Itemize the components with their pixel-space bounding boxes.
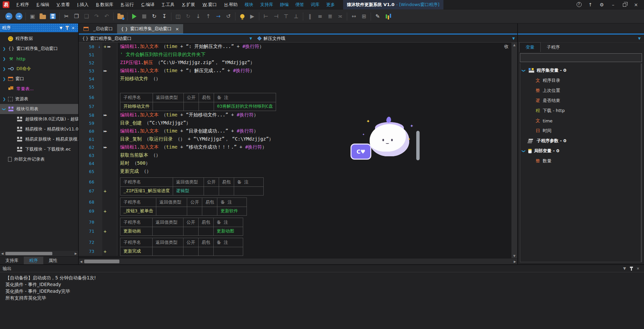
tree-item-Dll命令[interactable]: ❯Dll命令 xyxy=(0,64,78,74)
upgrade-icon[interactable]: ↑ xyxy=(586,1,595,8)
open-icon[interactable] xyxy=(38,12,47,21)
code-area[interactable]: 50↓+▶▶编辑框1.加入文本 （time + “: 开始解压文件...” + … xyxy=(79,43,511,258)
chevron-down-icon[interactable]: ▼ xyxy=(621,266,628,272)
code-line-63[interactable]: 63获取当前版本 （） xyxy=(79,151,511,159)
editor-scrollbar-thumb[interactable] xyxy=(416,131,420,160)
step-into-icon[interactable]: ↓ xyxy=(194,12,203,21)
variable-item-程序目录[interactable]: 文程序目录 xyxy=(520,75,642,86)
quick-menu-item[interactable]: 静编 xyxy=(277,0,292,9)
chevron-right-icon[interactable]: ❯ xyxy=(3,47,8,51)
redo-icon[interactable]: ↷ xyxy=(92,12,101,21)
same-width-icon[interactable]: ↔ xyxy=(350,12,358,21)
pin-icon[interactable] xyxy=(64,25,70,31)
distribute-v-icon[interactable]: ≣ xyxy=(326,12,334,21)
project-folder-icon[interactable] xyxy=(116,12,125,21)
chevron-right-icon[interactable]: ❯ xyxy=(3,57,8,61)
center-h-icon[interactable]: ≡ xyxy=(316,12,324,21)
settings-icon[interactable]: ⚙ xyxy=(597,1,606,8)
code-line-54[interactable]: 54开始移动文件 （） xyxy=(79,75,511,83)
menu-item-H[interactable]: H.帮助 xyxy=(221,0,241,9)
fold-plus-icon[interactable]: + xyxy=(104,229,106,234)
link-icon[interactable]: ↺ xyxy=(224,12,233,21)
variable-item-time[interactable]: 文time xyxy=(520,116,642,126)
align-top-icon[interactable]: ⊤ xyxy=(282,12,290,21)
fold-plus-icon[interactable]: + xyxy=(104,209,106,214)
run-icon[interactable] xyxy=(130,12,139,21)
editor-tab-_启动窗口[interactable]: _启动窗口 xyxy=(79,24,117,34)
tab-程序[interactable]: 程序 xyxy=(24,257,43,265)
scrollbar-thumb[interactable] xyxy=(5,252,52,255)
step-out-icon[interactable]: ↑ xyxy=(204,12,213,21)
editor-tab-窗口程序集_启动窗口[interactable]: { }窗口程序集_启动窗口× xyxy=(117,24,183,34)
hint-icon[interactable] xyxy=(238,12,247,21)
editor-vertical-scrollbar[interactable]: ▲ ▼ xyxy=(511,43,517,258)
tab-子程序[interactable]: 子程序 xyxy=(541,43,566,52)
chevron-down-icon[interactable]: ❯ xyxy=(522,149,528,153)
collapse-button[interactable]: 收 xyxy=(504,44,508,50)
scroll-left-icon[interactable]: ◀ xyxy=(0,252,5,255)
edit-icon[interactable]: ✎ xyxy=(373,12,382,21)
minimize-icon[interactable]: – xyxy=(608,1,618,8)
variable-item-局部变量 - 0[interactable]: ❯局部变量 - 0 xyxy=(520,146,642,156)
paste-icon[interactable]: ❑ xyxy=(82,12,91,21)
menu-item-B[interactable]: B.数据库 xyxy=(92,0,117,9)
scroll-right-icon[interactable]: ▶ xyxy=(73,252,78,255)
variable-item-下载 - http[interactable]: 程下载 - http xyxy=(520,106,642,116)
quick-menu-item[interactable]: 词库 xyxy=(308,0,323,9)
tree-item-资源表[interactable]: ❯资源表 xyxy=(0,94,78,104)
variable-item-数量[interactable]: 整数量 xyxy=(520,156,642,166)
menu-item-R[interactable]: R.运行 xyxy=(117,0,138,9)
close-icon[interactable]: × xyxy=(631,1,641,8)
tree-item-下载模块 - 下载模块.ec[interactable]: 下载模块 - 下载模块.ec xyxy=(0,144,78,154)
variable-item-程序集变量 - 0[interactable]: ❯程序集变量 - 0 xyxy=(520,65,642,75)
variable-filter-input[interactable] xyxy=(520,53,642,62)
distribute-h-icon[interactable]: ∥ xyxy=(306,12,314,21)
code-line-55[interactable]: 55 xyxy=(79,83,511,91)
code-line-60[interactable]: 60▶▶编辑框1.加入文本 （time + “目录创建成功...” + #换行符… xyxy=(79,127,511,135)
chevron-down-icon[interactable]: ▼ xyxy=(247,37,255,40)
chevron-right-icon[interactable]: ❯ xyxy=(3,67,8,71)
fold-plus-icon[interactable]: + xyxy=(104,188,106,194)
editor-horizontal-scrollbar[interactable]: ◀ ▶ xyxy=(79,258,517,264)
code-line-51[interactable]: 51' 文件会解压到软件运行目录的文件夹下 xyxy=(79,51,511,59)
cut-icon[interactable]: ✂ xyxy=(62,12,71,21)
preview-icon[interactable]: ◫ xyxy=(174,12,182,21)
variable-item-时间[interactable]: 日时间 xyxy=(520,126,642,136)
tree-item-外部文件记录表[interactable]: 外部文件记录表 xyxy=(0,154,78,164)
code-line-62[interactable]: 62▶▶编辑框1.加入文本 （time + “移动文件成功！！！.” + #换行… xyxy=(79,143,511,151)
fold-plus-icon[interactable]: + xyxy=(104,249,106,254)
chevron-right-icon[interactable]: ❯ xyxy=(3,97,8,101)
close-output-icon[interactable]: × xyxy=(635,266,641,272)
undo-icon[interactable]: ↶ xyxy=(102,12,111,21)
tree-item-精易皮肤模块 - 精易皮肤模...[interactable]: 精易皮肤模块 - 精易皮肤模... xyxy=(0,134,78,144)
tab-属性[interactable]: 属性 xyxy=(43,257,63,265)
menu-item-V[interactable]: V.查看 xyxy=(53,0,73,9)
tree-item-窗口程序集_启动窗口[interactable]: ❯{ }窗口程序集_启动窗口 xyxy=(0,44,78,54)
save-icon[interactable] xyxy=(48,12,57,21)
menu-item-C[interactable]: C.编译 xyxy=(138,0,158,9)
copy-icon[interactable]: ❐ xyxy=(72,12,81,21)
tree-item-超级模块(8.0正式版) - 超级...[interactable]: 超级模块(8.0正式版) - 超级... xyxy=(0,114,78,124)
back-icon[interactable]: ← xyxy=(4,12,13,21)
close-panel-icon[interactable]: × xyxy=(70,25,76,31)
compile-icon[interactable]: ↧ xyxy=(160,12,169,21)
refresh-icon[interactable]: ↻ xyxy=(184,12,193,21)
variable-item-子程序参数 - 0[interactable]: 子程序参数 - 0 xyxy=(520,136,642,146)
stop-icon[interactable] xyxy=(140,12,149,21)
menu-item-F[interactable]: F.程序 xyxy=(13,0,33,9)
align-left-icon[interactable]: ⊢ xyxy=(262,12,270,21)
left-horizontal-scrollbar[interactable]: ◀ ▶ xyxy=(0,251,78,256)
menu-item-T[interactable]: T.工具 xyxy=(158,0,178,9)
quick-menu-item[interactable]: 支持库 xyxy=(257,0,277,9)
quick-menu-item[interactable]: 更多 xyxy=(323,0,338,9)
breadcrumb-sub-name[interactable]: 解压文件哦 xyxy=(264,36,510,42)
right-scrollbar[interactable] xyxy=(641,63,642,262)
code-line-50[interactable]: 50↓+▶▶编辑框1.加入文本 （time + “: 开始解压文件...” + … xyxy=(79,43,511,51)
chevron-down-icon[interactable]: ▼ xyxy=(638,37,641,40)
menu-item-W[interactable]: W.窗口 xyxy=(199,0,221,9)
close-tab-icon[interactable]: × xyxy=(175,26,179,32)
code-line-53[interactable]: 53▶▶编辑框1.加入文本 （time + “: 解压完成...” + #换行符… xyxy=(79,67,511,75)
fold-plus-icon[interactable]: + xyxy=(104,44,106,49)
tab-支持库[interactable]: 支持库 xyxy=(0,257,24,265)
variable-item-是否结束[interactable]: 逻是否结束 xyxy=(520,96,642,106)
